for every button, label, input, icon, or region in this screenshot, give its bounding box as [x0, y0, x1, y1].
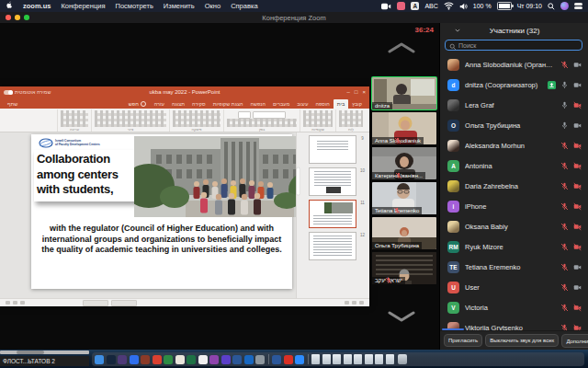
menu-item-window[interactable]: Окно: [205, 2, 220, 10]
menu-item-view[interactable]: Посмотреть: [115, 2, 153, 10]
spotlight-icon[interactable]: [548, 3, 555, 10]
participant-row[interactable]: Daria Zahrebelna: [440, 176, 588, 196]
participant-row[interactable]: Oksana Babiy: [440, 216, 588, 236]
input-source-icon[interactable]: А: [411, 2, 419, 10]
macos-dock[interactable]: [92, 352, 584, 366]
participant-row[interactable]: A Antonina: [440, 155, 588, 176]
menu-item-edit[interactable]: Изменить: [164, 2, 195, 10]
dock-document-icon[interactable]: [365, 354, 373, 364]
background-window-fragment[interactable]: ФЛОСТ...ЬТАТОВ 2: [0, 351, 89, 368]
ppt-tab-insert[interactable]: הוספה: [312, 99, 334, 109]
dock-app-icon[interactable]: [284, 355, 293, 364]
ribbon-group-editing[interactable]: עריכה: [57, 109, 91, 132]
dock-app-icon[interactable]: [255, 355, 265, 364]
ppt-tab-transitions[interactable]: מעברים: [269, 99, 293, 109]
dock-document-icon[interactable]: [354, 354, 362, 364]
ppt-share-button[interactable]: שתף: [4, 99, 21, 109]
background-window-scrollbar[interactable]: [0, 351, 89, 354]
camera-status-icon[interactable]: [381, 3, 391, 10]
menu-item-appname[interactable]: zoom.us: [23, 2, 51, 10]
font-size-combo[interactable]: [238, 111, 251, 119]
invite-button[interactable]: Пригласить: [444, 334, 482, 347]
ppt-tab-view[interactable]: תצוגה: [168, 99, 188, 109]
slide-thumbnail[interactable]: 9: [300, 135, 366, 164]
mute-all-button[interactable]: Выключить звук для всех: [485, 334, 559, 347]
video-tile-tetiana[interactable]: Tetiana Eremenko: [372, 182, 436, 214]
slide-thumbnail[interactable]: 12: [300, 232, 366, 260]
thumbnails-scrollbar[interactable]: [297, 167, 300, 195]
ppt-search-box[interactable]: חפש: [124, 99, 151, 109]
dock-app-icon[interactable]: [153, 355, 162, 364]
volume-icon[interactable]: [459, 3, 468, 10]
apple-menu-icon[interactable]: [6, 1, 13, 11]
ribbon-group-drawing[interactable]: ציור: [91, 109, 169, 132]
participant-row[interactable]: d dnitza (Соорганизатор): [440, 75, 588, 95]
siri-icon[interactable]: [560, 2, 569, 10]
video-tile-hebrew-user[interactable]: ישראל יעקב: [372, 252, 436, 284]
dock-app-icon[interactable]: [130, 355, 139, 364]
scroll-videos-up-chevron-icon[interactable]: [386, 41, 417, 53]
dock-app-icon[interactable]: [209, 355, 219, 364]
dock-document-icon[interactable]: [322, 354, 331, 364]
video-tile-kateryna[interactable]: Катерина Іванівн...: [372, 147, 436, 179]
video-tile-olga[interactable]: Ольга Трубицина: [372, 217, 436, 249]
menu-clock[interactable]: Чт 09:10: [517, 3, 542, 9]
dock-app-icon[interactable]: [198, 355, 208, 364]
trash-icon[interactable]: [398, 354, 407, 364]
font-name-combo[interactable]: [253, 111, 286, 119]
dock-app-icon[interactable]: [118, 355, 127, 364]
dock-document-icon[interactable]: [311, 354, 320, 364]
participant-row[interactable]: i iPhone: [440, 196, 588, 216]
dock-app-icon[interactable]: [141, 355, 150, 364]
video-tile-anna[interactable]: Anna Slobodianiuk: [372, 112, 436, 144]
dock-app-icon[interactable]: [164, 355, 173, 364]
dock-app-icon[interactable]: [232, 355, 242, 364]
slide-thumbnail-active[interactable]: 11: [300, 200, 366, 228]
dock-app-icon[interactable]: [187, 355, 196, 364]
ppt-notes-button[interactable]: [83, 300, 108, 306]
dock-app-icon[interactable]: [221, 355, 231, 364]
input-source-label[interactable]: ABC: [424, 3, 437, 9]
participant-row[interactable]: O Ольга Трубицина: [440, 115, 588, 135]
ribbon-group-slides[interactable]: שקופיות: [300, 109, 335, 132]
video-tile-dnitza[interactable]: dnitza: [372, 77, 436, 109]
ppt-tab-home[interactable]: בית: [334, 99, 348, 109]
ppt-minimize-button[interactable]: –: [347, 89, 350, 95]
participant-row[interactable]: RM Ryuk Mizore: [440, 236, 588, 257]
ppt-close-button[interactable]: ×: [362, 89, 366, 95]
menu-item-conference[interactable]: Конференция: [61, 2, 105, 10]
ppt-comments-button[interactable]: [111, 300, 137, 306]
participant-row[interactable]: TE Tetiana Eremenko: [440, 257, 588, 277]
participants-search-input[interactable]: [445, 40, 582, 51]
slide-thumbnail[interactable]: 10: [300, 167, 366, 196]
wifi-icon[interactable]: [444, 2, 454, 10]
ppt-tab-animations[interactable]: הנפשה: [246, 99, 268, 109]
battery-icon[interactable]: [497, 2, 512, 10]
dock-app-icon[interactable]: [95, 355, 104, 364]
scroll-videos-down-chevron-icon[interactable]: [386, 311, 417, 323]
dock-app-icon[interactable]: [295, 355, 304, 364]
participant-row[interactable]: V Victoria: [440, 297, 588, 317]
recording-status-icon[interactable]: [397, 2, 405, 10]
dock-document-icon[interactable]: [375, 354, 383, 364]
menu-item-help[interactable]: Справка: [231, 2, 257, 10]
ppt-tab-help[interactable]: עזרה: [151, 99, 168, 109]
ppt-tab-design[interactable]: עיצוב: [293, 99, 311, 109]
dock-document-icon[interactable]: [386, 354, 394, 364]
dock-document-icon[interactable]: [344, 354, 352, 364]
ribbon-group-font[interactable]: גופן: [223, 109, 300, 132]
participant-row[interactable]: U User: [440, 277, 588, 297]
control-center-icon[interactable]: [574, 3, 582, 9]
ribbon-group-paragraph[interactable]: פיסקה: [169, 109, 223, 132]
dock-app-icon[interactable]: [107, 355, 116, 364]
ppt-tab-slideshow[interactable]: הצגת שקופיות: [209, 99, 247, 109]
ribbon-group-clipboard[interactable]: לוח: [335, 109, 366, 132]
dock-app-icon[interactable]: [272, 355, 281, 364]
participant-row[interactable]: Aleksandra Morhun: [440, 135, 588, 155]
autosave-toggle[interactable]: [4, 90, 13, 95]
more-button[interactable]: Дополнительно ∨: [561, 334, 588, 348]
dock-document-icon[interactable]: [333, 354, 341, 364]
ppt-tab-review[interactable]: סקירה: [188, 99, 209, 109]
dock-app-icon[interactable]: [244, 355, 254, 364]
ppt-tab-file[interactable]: קובץ: [348, 99, 366, 109]
